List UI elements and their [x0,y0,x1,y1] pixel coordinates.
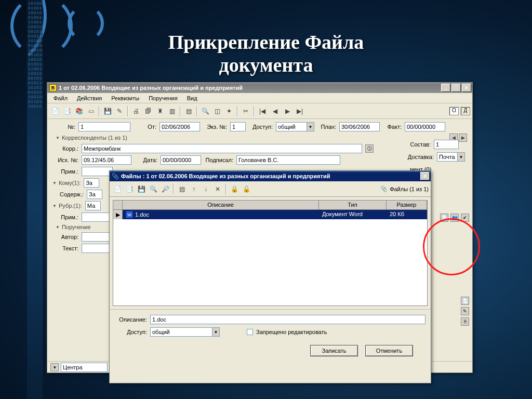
prim2-field[interactable] [82,212,113,222]
close-button[interactable]: ✕ [462,84,471,92]
dlg-dostup-field[interactable] [150,327,212,337]
menu-file[interactable]: Файл [49,94,72,102]
tool-scissors-icon[interactable]: ✂ [240,105,251,117]
dlg-lock-icon[interactable]: 🔒 [229,183,240,195]
nav-first-icon[interactable]: |◀ [257,105,268,117]
dlg-dostup-label: Доступ: [115,329,147,335]
komu-header[interactable]: Кому(1): [52,180,81,186]
tool-save-icon[interactable]: 💾 [102,105,113,117]
ish-field[interactable] [82,155,131,165]
menu-assignments[interactable]: Поручения [144,94,182,102]
files-grid[interactable]: Описание Тип Размер ▶ W 1.doc Документ W… [113,200,428,306]
row-indicator-icon: ▶ [113,210,123,219]
side-tool2-icon[interactable]: 👥 [450,214,459,222]
cancel-button[interactable]: Отменить [365,345,413,356]
tool-stamp-icon[interactable]: ♜ [154,105,166,117]
tool-box-icon[interactable]: ◫ [211,105,223,117]
dlg-card-icon[interactable]: ▤ [176,183,188,195]
avtor-label: Автор: [52,234,78,240]
no-field[interactable] [78,122,130,131]
tekst-field[interactable] [82,244,113,253]
komu-field[interactable] [84,178,99,188]
dlg-titlebar[interactable]: 📎 Файлы : 1 от 02.06.2006 Входящие из ра… [110,171,431,181]
side-tool3-icon[interactable]: ✔ [461,214,469,222]
maximize-button[interactable]: □ [451,84,461,92]
dlg-save-icon[interactable]: 💾 [136,183,147,195]
save-button[interactable]: Записать [310,345,358,356]
dostup-combo[interactable]: ▼ [276,122,314,131]
od-d[interactable]: Д [461,107,470,115]
col-size[interactable]: Размер [387,201,427,209]
nav-prev-icon[interactable]: ◀ [269,105,281,117]
nav-next-icon[interactable]: ▶ [282,105,293,117]
data-field[interactable] [161,155,201,165]
side-edit-icon[interactable]: ✎ [461,307,469,315]
minimize-button[interactable]: _ [441,84,450,92]
word-doc-icon: W [126,211,133,218]
opis-field[interactable] [150,315,425,324]
tool-new-icon[interactable]: 📄 [49,105,61,117]
avtor-field[interactable] [82,232,113,242]
tool-barcode-icon[interactable]: ▥ [166,105,178,117]
chevron-down-icon[interactable]: ▼ [212,327,220,337]
menu-actions[interactable]: Действия [73,94,106,102]
attach-icon: 📎 [112,173,119,180]
korrespondenty-header[interactable]: Корреспонденты (1 из 1) ◀ ▶ [56,134,467,142]
main-titlebar[interactable]: В 1 от 02.06.2006 Входящие из разных орг… [47,83,472,93]
ekz-field[interactable] [230,122,246,131]
col-type[interactable]: Тип [319,201,387,209]
dlg-down-icon[interactable]: ↓ [200,183,211,195]
grid-header: Описание Тип Размер [113,201,427,210]
dlg-find-icon[interactable]: 🔍 [148,183,159,195]
tool-search-icon[interactable]: 🔍 [200,105,211,117]
ot-field[interactable] [159,122,200,131]
readonly-checkbox[interactable] [247,329,253,335]
chevron-down-icon[interactable]: ▼ [307,122,314,131]
dostavka-combo[interactable]: ▼ [437,152,465,162]
tool-blank-icon[interactable]: ▭ [85,105,97,117]
dlg-delete-icon[interactable]: ✕ [212,183,223,195]
no-label: №: [52,124,75,130]
soderzh-field[interactable] [87,190,102,199]
prim2-label: Прим.: [52,214,78,220]
od-o[interactable]: О [449,107,459,115]
rubr-header[interactable]: Рубр.(1): [52,203,82,209]
dlg-copy-icon[interactable]: 📑 [124,183,135,195]
col-description[interactable]: Описание [123,201,319,209]
dlg-close-button[interactable]: ✕ [420,172,430,180]
nav-last-icon[interactable]: ▶| [294,105,305,117]
plan-field[interactable] [339,122,380,131]
prim-field[interactable] [82,167,113,176]
tool-card-icon[interactable]: ▤ [183,105,194,117]
rubr-field[interactable] [85,201,101,210]
side-tool1-icon[interactable]: 📄 [440,214,448,222]
sostav-field[interactable] [434,140,459,149]
chevron-down-icon[interactable]: ▼ [458,152,465,162]
dlg-dostup-combo[interactable]: ▼ [150,327,220,337]
dlg-up-icon[interactable]: ↑ [188,183,200,195]
table-row[interactable]: ▶ W 1.doc Документ Word 20 Кб [113,210,427,219]
korr-field[interactable] [82,144,362,153]
tool-copy-icon[interactable]: 📑 [61,105,73,117]
dostavka-field[interactable] [437,152,458,162]
slide-title-line2: документа [0,54,532,77]
dostup-field[interactable] [276,122,307,131]
tool-print-icon[interactable]: 🖨 [130,105,142,117]
side-scan-icon[interactable]: ⎘ [461,317,469,326]
side-doc-icon[interactable]: 📄 [461,297,469,305]
status-field[interactable] [61,363,108,372]
status-icon[interactable]: ▾ [50,363,59,371]
dlg-unlock-icon[interactable]: 🔓 [241,183,252,195]
fakt-field[interactable] [405,122,445,131]
tool-printlist-icon[interactable]: 🗐 [142,105,154,117]
menu-view[interactable]: Вид [183,94,202,102]
menu-requisites[interactable]: Реквизиты [107,94,143,102]
dlg-preview-icon[interactable]: 🔎 [159,183,171,195]
komu-label: Кому(1): [59,180,81,186]
tool-multi-icon[interactable]: 📚 [73,105,85,117]
podpis-field[interactable] [236,155,340,165]
dlg-new-icon[interactable]: 📄 [112,183,123,195]
tool-sign-icon[interactable]: ✦ [223,105,235,117]
korr-info-icon[interactable]: ⓘ [365,144,374,153]
tool-edit-icon[interactable]: ✎ [114,105,125,117]
